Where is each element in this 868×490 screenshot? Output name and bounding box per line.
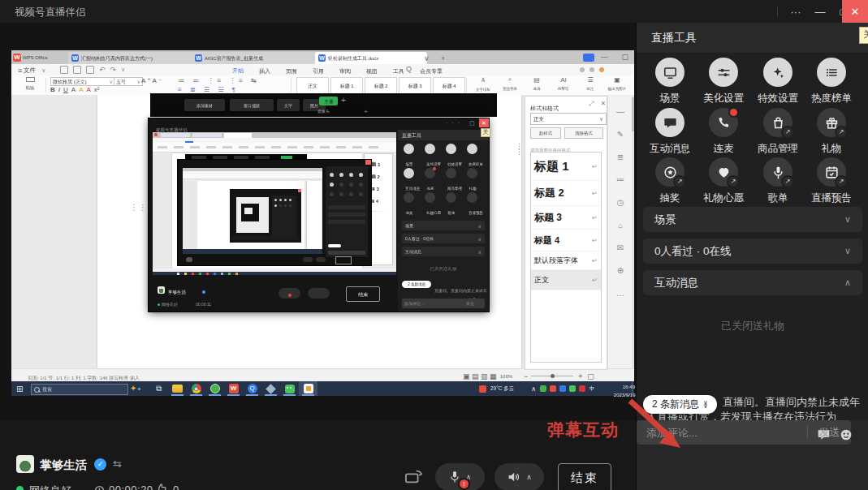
chrome-icon[interactable] — [187, 381, 205, 396]
font-size-select[interactable]: 五号∨ — [114, 77, 143, 86]
tool-gift[interactable]: ↗礼物 — [805, 108, 858, 156]
scene-strip-button[interactable]: 窗口捕获 — [230, 99, 274, 111]
style-gallery-item[interactable]: 标题 2 — [365, 77, 397, 94]
taskbar-search-box[interactable]: 搜索 — [31, 384, 128, 395]
wps-scrollbar-thumb[interactable] — [632, 97, 634, 131]
tool-lottery[interactable]: ↗抽奖 — [643, 157, 697, 205]
pane-strip-icon[interactable]: ✉ — [608, 243, 633, 252]
tool-effects[interactable]: 特效设置 — [751, 58, 805, 105]
show-desktop-sliver[interactable] — [632, 381, 635, 396]
add-scene-plus[interactable]: + — [341, 96, 346, 105]
tool-preview[interactable]: ↗直播预告 — [805, 157, 858, 205]
tool-songs[interactable]: ↗歌单 — [751, 157, 805, 205]
pane-strip-icon[interactable]: ≔ — [608, 175, 633, 184]
section-viewers[interactable]: 0人看过 · 0在线∨ — [643, 239, 862, 264]
styles-pane-dropdown[interactable]: 正文∨ — [530, 113, 607, 125]
tray-red-app-icon[interactable] — [550, 385, 556, 392]
tool-message[interactable]: 互动消息 — [643, 108, 697, 156]
status-right-controls[interactable]: ▣ ▤ ▥ ▦ 100% −＋ ▢ — [463, 371, 594, 381]
pane-strip-icon[interactable]: ⊕ — [608, 266, 633, 275]
styles-pane-button[interactable]: 新样式 — [530, 127, 561, 139]
styles-pane-controls[interactable]: ⤢ ✕ — [589, 100, 608, 108]
wps-icon[interactable]: W — [224, 381, 243, 396]
speaker-button[interactable]: ∧ — [494, 463, 544, 490]
speaker-options-chevron[interactable]: ∧ — [526, 473, 532, 481]
end-stream-button[interactable]: 结束 — [558, 463, 611, 490]
wps-login-chip[interactable] — [583, 54, 594, 62]
docs-icon[interactable] — [261, 381, 280, 396]
toolbar-chip[interactable]: ⌕查找替换 — [498, 76, 522, 94]
tool-scene[interactable]: 场景 — [643, 58, 697, 105]
style-gallery-item[interactable]: 正文 — [296, 77, 329, 94]
tray-wechat-icon[interactable] — [569, 385, 576, 392]
tool-call[interactable]: 连麦 — [697, 108, 750, 156]
font-format-icons[interactable]: BIUAAAx² — [50, 86, 100, 93]
style-gallery-item[interactable]: 标题 1 — [330, 77, 363, 94]
font-script-icons[interactable]: A⁺A⁻ — [141, 77, 163, 84]
toolbar-chip[interactable]: ▣输出为图片 — [605, 76, 629, 94]
task-view-icon[interactable]: ⧉ — [149, 381, 168, 396]
paste-button[interactable]: 粘贴 — [19, 77, 41, 93]
pane-strip-icon[interactable]: ✎ — [608, 130, 633, 139]
start-button-icon[interactable]: ⊞ — [16, 385, 23, 393]
wps-document-tab[interactable]: W汇报结构技巧及内容表达方式(一) — [68, 52, 195, 64]
tray-expand-icon[interactable]: ∧ — [531, 385, 536, 393]
style-item[interactable]: 标题 2↵ — [531, 181, 601, 206]
tab-extras[interactable]: ∨ + — [424, 54, 450, 62]
font-name-select[interactable]: 微软雅黑 (正文)∨ — [50, 77, 115, 86]
wechat-icon[interactable] — [280, 381, 299, 396]
pane-strip-icon[interactable]: ≣ — [608, 153, 633, 161]
pane-splitter-dots[interactable]: ⋮⋮ — [516, 144, 523, 155]
switch-account-icon[interactable]: ⇆ — [113, 458, 122, 470]
pane-strip-icon[interactable]: ⌂ — [608, 221, 633, 230]
toolbar-chip[interactable]: Ａ文字排版 — [471, 76, 495, 94]
minimize-button[interactable]: — — [809, 0, 831, 23]
style-item[interactable]: 标题 4↵ — [531, 230, 601, 251]
ime-indicator[interactable]: 中 — [589, 385, 595, 392]
style-gallery-item[interactable]: 标题 4 — [433, 77, 465, 94]
style-item[interactable]: 默认段落字体↵ — [531, 251, 601, 270]
tool-rank[interactable]: 热度榜单 — [805, 58, 858, 105]
toolbar-chip[interactable]: ☰批注 — [578, 76, 602, 94]
pane-strip-icon[interactable]: — — [608, 107, 633, 116]
mic-button[interactable]: ∧ ! — [435, 463, 485, 490]
close-button[interactable]: ✕ — [842, 0, 868, 23]
paragraph-icons-top[interactable]: ≔ ≕ ⋮≡ ⋮≡ ↹ — [178, 77, 260, 84]
cortana-icon[interactable]: ✦✦ — [130, 384, 141, 393]
wps-file-menu[interactable]: ≡ 文件 ∨ — [18, 65, 45, 76]
section-messages[interactable]: 互动消息∧ — [643, 270, 862, 295]
style-item[interactable]: 标题 3↵ — [531, 206, 601, 230]
tray-blue-app-icon[interactable] — [559, 385, 566, 392]
live-assistant-icon[interactable] — [299, 381, 317, 396]
section-scene[interactable]: 场景∨ — [643, 207, 862, 232]
tool-goods[interactable]: ↗商品管理 — [751, 108, 805, 156]
tool-beauty[interactable]: 美化设置 — [697, 58, 750, 105]
drag-handle-dots[interactable]: ⋮⋮ — [130, 205, 136, 221]
tray-green-app-icon[interactable] — [540, 385, 546, 392]
browser-360-icon[interactable] — [205, 381, 224, 396]
tray-red-alert-icon[interactable] — [579, 385, 585, 392]
style-item[interactable]: 标题 1↵ — [531, 153, 601, 181]
styles-pane-button[interactable]: 清除格式 — [564, 127, 603, 139]
style-gallery-item[interactable]: 标题 3 — [399, 77, 431, 94]
pane-strip-icon[interactable]: … — [608, 289, 633, 298]
send-button[interactable]: 发送 — [808, 420, 851, 445]
scene-strip-button[interactable]: 添加素材 — [184, 99, 225, 111]
wps-quick-icons[interactable]: ↶↷∨ — [60, 66, 125, 74]
paragraph-icons-bottom[interactable]: ≡ ≣ ☰ ☱ ¶ — [178, 86, 239, 93]
wps-search-icon[interactable]: Q — [406, 65, 412, 73]
style-gallery-label: 标题 2 — [374, 82, 387, 88]
more-menu-button[interactable]: ··· — [784, 0, 807, 23]
screen-share-icon[interactable] — [404, 468, 425, 489]
toolbar-chip[interactable]: ▤选择 — [525, 76, 549, 94]
tool-wish[interactable]: ↗礼物心愿 — [697, 157, 750, 205]
file-explorer-icon[interactable] — [168, 381, 187, 396]
toolbar-chip[interactable]: AIAI帮写 — [551, 76, 576, 94]
scene-strip-button[interactable]: 文字 — [277, 99, 300, 111]
go-live-button[interactable]: 开播 — [319, 97, 338, 105]
wps-scrollbar[interactable] — [632, 96, 634, 368]
style-item[interactable]: 正文↵ — [531, 270, 601, 290]
camera-source-row[interactable]: 摄像头 + — [317, 107, 368, 115]
search-q-icon[interactable]: Q — [243, 381, 261, 396]
pane-strip-icon[interactable]: ◷ — [608, 198, 633, 207]
